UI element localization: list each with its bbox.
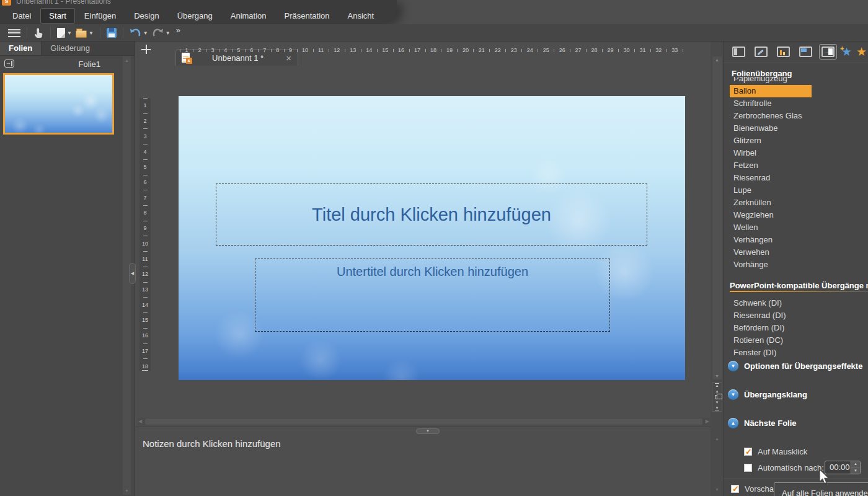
transition-item[interactable]: Glitzern [730, 135, 812, 147]
tab-gliederung[interactable]: Gliederung [42, 42, 99, 55]
menu-item-design[interactable]: Design [125, 8, 167, 24]
sidebar-view-thumbnails-button[interactable] [730, 44, 748, 60]
checkbox-on-mouse-click[interactable] [744, 448, 752, 456]
scroll-left-icon[interactable]: ◀ [138, 418, 142, 425]
transition-item[interactable]: Bienenwabe [730, 122, 812, 135]
ruler-number: 22 [495, 47, 501, 53]
menu-item-animation[interactable]: Animation [222, 8, 275, 24]
next-slide-button[interactable]: ▼ [712, 400, 722, 405]
app-window: s Unbenannt 1 - Presentations DateiStart… [0, 0, 868, 496]
transition-item[interactable]: Wellen [730, 221, 812, 234]
save-button[interactable] [107, 28, 117, 38]
new-document-button[interactable]: ▼ [57, 28, 72, 38]
tab-folien[interactable]: Folien [0, 42, 42, 55]
transition-item[interactable]: Zerknüllen [730, 197, 812, 209]
undo-button[interactable]: ▼ [130, 28, 148, 38]
title-placeholder[interactable]: Titel durch Klicken hinzufügen [216, 184, 647, 246]
slide-thumbnail[interactable] [3, 73, 114, 135]
scroll-down-icon[interactable]: ▼ [712, 374, 722, 378]
section-transition-options[interactable]: ▼ Optionen für Übergangseffekte [728, 361, 862, 371]
ruler-number: 6 [143, 180, 146, 185]
menu-item-datei[interactable]: Datei [4, 8, 40, 24]
ruler-origin-crosshair[interactable] [141, 44, 151, 55]
menu-item-präsentation[interactable]: Präsentation [276, 8, 339, 24]
sidebar-view-edit-button[interactable] [752, 44, 770, 60]
sidebar-view-transition-button[interactable] [819, 44, 837, 60]
horizontal-scrollbar-thumb[interactable] [145, 418, 702, 425]
transition-item[interactable]: Riesenrad [730, 172, 812, 184]
ruler-number: 9 [143, 226, 146, 231]
chevron-up-circle-icon[interactable]: ▲ [728, 418, 738, 428]
subtitle-placeholder[interactable]: Untertitel durch Klicken hinzufügen [255, 259, 610, 332]
panel-scroll-up-icon[interactable]: ▲ [711, 436, 724, 441]
automatic-after-option[interactable]: Automatisch nach: [744, 463, 824, 472]
menu-item-einfügen[interactable]: Einfügen [76, 8, 125, 24]
transition-item[interactable]: Fetzen [730, 159, 812, 172]
ruler-vertical[interactable]: 123456789101112131415161718 [140, 98, 151, 371]
transition-indicator-icon[interactable] [4, 60, 14, 68]
favorite-add-star-icon[interactable]: ★ [841, 46, 852, 58]
ruler-tick [143, 251, 148, 252]
preview-option[interactable]: Vorschau [731, 484, 778, 494]
section-transition-sound[interactable]: ▼ Übergangsklang [728, 389, 807, 400]
menu-item-ansicht[interactable]: Ansicht [339, 8, 383, 24]
scroll-up-icon[interactable]: ▲ [123, 58, 131, 63]
chevron-down-circle-icon[interactable]: ▼ [728, 389, 738, 400]
ruler-horizontal[interactable]: 1234567891011121314151617181920212223242… [180, 46, 683, 55]
pan-tool-button[interactable] [33, 27, 44, 38]
transition-item[interactable]: Rotieren (DC) [730, 334, 812, 347]
favorites-star-icon[interactable]: ★ [856, 46, 867, 58]
transition-item[interactable]: Riesenrad (DI) [730, 309, 812, 322]
spin-up-icon[interactable]: ▲ [851, 461, 860, 468]
notes-placeholder[interactable]: Notizen durch Klicken hinzufügen [143, 438, 281, 449]
open-file-button[interactable]: ▼ [76, 29, 94, 38]
scroll-down-icon[interactable]: ▼ [123, 489, 131, 493]
transition-item[interactable]: Schwenk (DI) [730, 297, 812, 309]
slide-canvas[interactable]: Titel durch Klicken hinzufügen Untertite… [179, 96, 685, 380]
section-next-slide[interactable]: ▲ Nächste Folie [728, 418, 797, 428]
transition-item[interactable]: Verwehen [730, 246, 812, 259]
spin-down-icon[interactable]: ▼ [851, 468, 860, 474]
panel-scroll-down-icon[interactable]: ▼ [711, 487, 724, 492]
collapse-left-panel-handle[interactable]: ◀ [129, 263, 136, 284]
browse-slides-button[interactable] [712, 394, 722, 399]
transition-item[interactable]: Vorhänge [730, 259, 812, 271]
subtitle-placeholder-text: Untertitel durch Klicken hinzufügen [337, 265, 528, 278]
main-menu-button[interactable] [8, 29, 20, 37]
menu-item-übergang[interactable]: Übergang [169, 8, 221, 24]
ruler-tick [602, 49, 603, 52]
transition-item[interactable]: Befördern (DI) [730, 322, 812, 334]
redo-button[interactable]: ▼ [152, 28, 170, 38]
automatic-after-time-field[interactable]: 00:00 ▲ ▼ [825, 461, 861, 474]
toolbar-overflow-button[interactable]: » [176, 25, 180, 35]
transition-item[interactable]: Fenster (DI) [730, 347, 812, 359]
toolbar: ▼ ▼ ▼ ▼ » Unbenannt [0, 24, 868, 42]
vertical-scrollbar[interactable]: ▲ ▼ [712, 56, 722, 379]
transition-item[interactable]: Schriftrolle [730, 97, 812, 110]
transition-item[interactable]: Zerbrochenes Glas [730, 110, 812, 122]
ruler-tick [457, 49, 458, 52]
menu-item-start[interactable]: Start [40, 8, 74, 24]
ruler-number: 2 [143, 118, 146, 124]
checkbox-preview[interactable] [731, 485, 739, 493]
checkbox-automatic-after[interactable] [744, 464, 752, 472]
hand-icon [33, 27, 44, 38]
transition-item[interactable]: Ballon [730, 85, 812, 97]
horizontal-scrollbar[interactable]: ◀ ▶ [138, 418, 710, 425]
scroll-up-icon[interactable]: ▲ [712, 58, 722, 62]
ruler-number: 28 [591, 47, 598, 53]
transition-item[interactable]: Verhängen [730, 234, 812, 246]
transition-item[interactable]: Wegziehen [730, 209, 812, 221]
sidebar-view-layout-button[interactable] [797, 44, 815, 60]
sidebar-view-chart-button[interactable] [774, 44, 792, 60]
transition-item[interactable]: Wirbel [730, 147, 812, 159]
last-slide-button[interactable]: ▼ [712, 405, 722, 411]
scroll-right-icon[interactable]: ▶ [706, 418, 709, 425]
chevron-down-circle-icon[interactable]: ▼ [728, 361, 738, 371]
notes-splitter-handle[interactable]: ▼ [416, 428, 440, 434]
transition-item[interactable]: Papierflugzeug [730, 77, 812, 85]
ruler-number: 13 [142, 287, 148, 293]
on-mouse-click-option[interactable]: Auf Mausklick [744, 447, 807, 456]
first-slide-button[interactable]: ▲ [712, 383, 722, 388]
transition-item[interactable]: Lupe [730, 184, 812, 197]
